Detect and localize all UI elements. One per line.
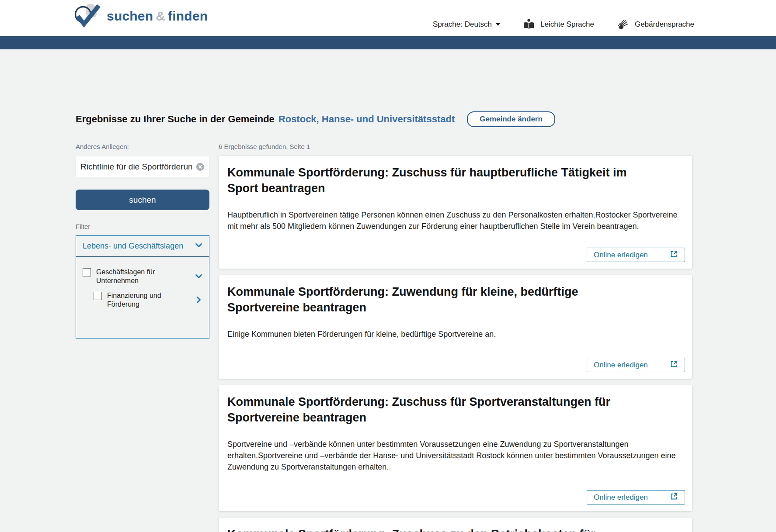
result-title[interactable]: Kommunale Sportförderung: Zuschuss für S… xyxy=(227,394,640,425)
filter-option-finanzierung[interactable]: Finanzierung und Förderung xyxy=(94,291,203,308)
result-action-row: Online erledigen xyxy=(227,490,685,504)
change-municipality-button[interactable]: Gemeinde ändern xyxy=(467,111,555,127)
main-content: Ergebnisse zu Ihrer Suche in der Gemeind… xyxy=(0,111,776,532)
search-check-logo-icon xyxy=(73,3,102,29)
search-input[interactable] xyxy=(80,162,193,172)
chevron-down-icon xyxy=(496,23,500,26)
search-field-label: Anderes Anliegen: xyxy=(76,143,209,150)
results-headline-text: Ergebnisse zu Ihrer Suche in der Gemeind… xyxy=(76,114,275,125)
sign-language-link[interactable]: Gebärdensprache xyxy=(617,19,694,30)
chevron-down-icon[interactable] xyxy=(195,272,203,280)
result-description: Sportvereine und –verbände können unter … xyxy=(227,439,682,473)
external-link-icon xyxy=(670,250,678,260)
external-link-icon xyxy=(670,492,678,503)
online-erledigen-label: Online erledigen xyxy=(594,493,648,502)
result-action-row: Online erledigen xyxy=(227,358,685,372)
filter-option-label: Finanzierung und Förderung xyxy=(107,291,166,308)
results-count: 6 Ergebnisse gefunden, Seite 1 xyxy=(219,143,692,150)
online-erledigen-button[interactable]: Online erledigen xyxy=(587,490,685,504)
result-title[interactable]: Kommunale Sportförderung: Zuwendung für … xyxy=(227,284,640,315)
filter-options: Geschäftslagen für Unternehmen Finanzier… xyxy=(76,257,209,338)
municipality-link[interactable]: Rostock, Hanse- und Universitätsstadt xyxy=(278,114,455,125)
search-filter-sidebar: Anderes Anliegen: suchen Filter Lebens- … xyxy=(76,143,209,339)
result-card: Kommunale Sportförderung: Zuschuss zu de… xyxy=(219,518,692,532)
header-accent-band xyxy=(0,36,776,49)
result-title[interactable]: Kommunale Sportförderung: Zuschuss zu de… xyxy=(227,527,640,532)
results-list: 6 Ergebnisse gefunden, Seite 1 Kommunale… xyxy=(219,143,692,532)
online-erledigen-label: Online erledigen xyxy=(594,251,648,259)
site-logo[interactable]: suchen&finden xyxy=(73,3,208,29)
checkbox[interactable] xyxy=(83,268,91,276)
easy-language-book-icon xyxy=(523,19,535,30)
easy-language-label: Leichte Sprache xyxy=(540,20,594,29)
filter-section-label: Filter xyxy=(76,223,209,230)
search-button[interactable]: suchen xyxy=(76,190,209,210)
language-selector-label: Sprache: Deutsch xyxy=(433,20,492,29)
online-erledigen-button[interactable]: Online erledigen xyxy=(587,248,685,262)
filter-option-label: Geschäftslagen für Unternehmen xyxy=(96,268,163,285)
logo-word-finden: finden xyxy=(168,9,208,23)
sign-language-label: Gebärdensprache xyxy=(635,20,694,29)
result-description: Einige Kommunen bieten Förderungen für k… xyxy=(227,328,682,340)
online-erledigen-label: Online erledigen xyxy=(594,361,648,370)
result-description: Hauptberuflich in Sportvereinen tätige P… xyxy=(227,209,682,232)
easy-language-link[interactable]: Leichte Sprache xyxy=(523,19,594,30)
online-erledigen-button[interactable]: Online erledigen xyxy=(587,358,685,372)
chevron-right-icon[interactable] xyxy=(195,296,203,304)
logo-word-suchen: suchen xyxy=(107,9,153,23)
result-action-row: Online erledigen xyxy=(227,248,685,262)
filter-group-title: Lebens- und Geschäftslagen xyxy=(83,242,183,251)
top-header: suchen&finden Sprache: Deutsch Leichte S… xyxy=(0,0,776,36)
search-box xyxy=(76,156,209,177)
filter-group: Lebens- und Geschäftslagen Geschäftslage… xyxy=(76,235,209,339)
result-card: Kommunale Sportförderung: Zuschuss für S… xyxy=(219,385,692,511)
filter-option-geschaeftslagen[interactable]: Geschäftslagen für Unternehmen xyxy=(83,268,203,285)
result-title[interactable]: Kommunale Sportförderung: Zuschuss für h… xyxy=(227,165,640,196)
language-selector[interactable]: Sprache: Deutsch xyxy=(433,20,500,29)
checkbox[interactable] xyxy=(94,292,102,300)
chevron-down-icon xyxy=(195,241,203,251)
clear-search-icon[interactable] xyxy=(196,162,205,171)
logo-ampersand: & xyxy=(153,9,168,23)
results-headline: Ergebnisse zu Ihrer Suche in der Gemeind… xyxy=(76,111,692,127)
site-title: suchen&finden xyxy=(107,9,208,24)
filter-group-header[interactable]: Lebens- und Geschäftslagen xyxy=(76,236,209,257)
sign-language-hands-icon xyxy=(617,19,629,30)
result-card: Kommunale Sportförderung: Zuwendung für … xyxy=(219,275,692,379)
external-link-icon xyxy=(670,360,678,370)
result-card: Kommunale Sportförderung: Zuschuss für h… xyxy=(219,156,692,269)
header-utility-nav: Sprache: Deutsch Leichte Sprache xyxy=(433,19,694,30)
